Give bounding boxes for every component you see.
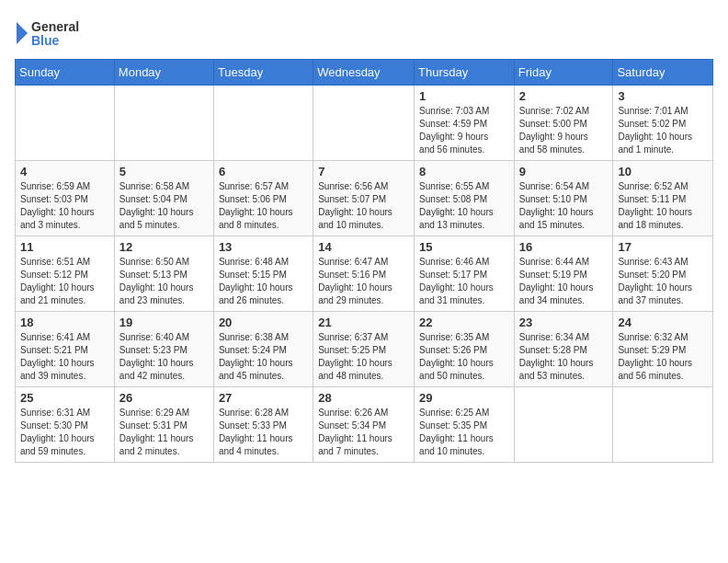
day-info: Sunrise: 6:50 AM Sunset: 5:13 PM Dayligh… — [119, 256, 209, 307]
day-info: Sunrise: 6:38 AM Sunset: 5:24 PM Dayligh… — [219, 331, 308, 383]
day-info: Sunrise: 6:44 AM Sunset: 5:19 PM Dayligh… — [519, 256, 609, 307]
calendar-table: SundayMondayTuesdayWednesdayThursdayFrid… — [15, 59, 713, 463]
calendar-cell: 1Sunrise: 7:03 AM Sunset: 4:59 PM Daylig… — [415, 86, 515, 161]
day-number: 22 — [419, 316, 509, 329]
day-number: 3 — [618, 89, 708, 103]
day-number: 6 — [219, 165, 308, 178]
day-info: Sunrise: 6:48 AM Sunset: 5:15 PM Dayligh… — [219, 256, 308, 307]
day-number: 21 — [318, 316, 409, 329]
calendar-cell — [16, 86, 115, 161]
calendar-day-header: Sunday — [16, 60, 115, 86]
day-number: 15 — [419, 240, 509, 254]
calendar-cell: 29Sunrise: 6:25 AM Sunset: 5:35 PM Dayli… — [415, 387, 515, 463]
day-info: Sunrise: 7:01 AM Sunset: 5:02 PM Dayligh… — [618, 105, 708, 156]
day-number: 19 — [119, 316, 209, 329]
calendar-cell: 7Sunrise: 6:56 AM Sunset: 5:07 PM Daylig… — [313, 161, 415, 236]
day-number: 4 — [20, 165, 109, 178]
calendar-cell: 8Sunrise: 6:55 AM Sunset: 5:08 PM Daylig… — [415, 161, 515, 236]
calendar-cell: 22Sunrise: 6:35 AM Sunset: 5:26 PM Dayli… — [415, 312, 515, 387]
calendar-cell — [313, 86, 415, 161]
day-info: Sunrise: 6:54 AM Sunset: 5:10 PM Dayligh… — [519, 180, 609, 232]
day-info: Sunrise: 6:29 AM Sunset: 5:31 PM Dayligh… — [119, 407, 209, 458]
day-number: 25 — [20, 391, 109, 405]
calendar-week-row: 1Sunrise: 7:03 AM Sunset: 4:59 PM Daylig… — [16, 86, 713, 161]
calendar-cell: 26Sunrise: 6:29 AM Sunset: 5:31 PM Dayli… — [114, 387, 213, 463]
day-info: Sunrise: 6:35 AM Sunset: 5:26 PM Dayligh… — [419, 331, 509, 383]
day-info: Sunrise: 6:55 AM Sunset: 5:08 PM Dayligh… — [419, 180, 509, 232]
calendar-cell: 20Sunrise: 6:38 AM Sunset: 5:24 PM Dayli… — [213, 312, 313, 387]
day-info: Sunrise: 6:32 AM Sunset: 5:29 PM Dayligh… — [618, 331, 708, 383]
calendar-cell: 15Sunrise: 6:46 AM Sunset: 5:17 PM Dayli… — [415, 236, 515, 312]
calendar-cell: 12Sunrise: 6:50 AM Sunset: 5:13 PM Dayli… — [114, 236, 213, 312]
day-number: 17 — [618, 240, 708, 254]
calendar-cell — [114, 86, 213, 161]
day-number: 23 — [519, 316, 609, 329]
calendar-week-row: 11Sunrise: 6:51 AM Sunset: 5:12 PM Dayli… — [16, 236, 713, 312]
day-number: 9 — [519, 165, 609, 178]
day-info: Sunrise: 7:03 AM Sunset: 4:59 PM Dayligh… — [419, 105, 509, 156]
day-number: 14 — [318, 240, 409, 254]
day-info: Sunrise: 6:37 AM Sunset: 5:25 PM Dayligh… — [318, 331, 409, 383]
calendar-body: 1Sunrise: 7:03 AM Sunset: 4:59 PM Daylig… — [16, 86, 713, 463]
day-info: Sunrise: 7:02 AM Sunset: 5:00 PM Dayligh… — [519, 105, 609, 156]
day-number: 7 — [318, 165, 409, 178]
calendar-cell: 13Sunrise: 6:48 AM Sunset: 5:15 PM Dayli… — [213, 236, 313, 312]
calendar-cell: 24Sunrise: 6:32 AM Sunset: 5:29 PM Dayli… — [613, 312, 713, 387]
day-number: 5 — [119, 165, 209, 178]
day-number: 27 — [219, 391, 308, 405]
day-info: Sunrise: 6:51 AM Sunset: 5:12 PM Dayligh… — [20, 256, 109, 307]
day-number: 26 — [119, 391, 209, 405]
calendar-day-header: Monday — [114, 60, 213, 86]
calendar-cell: 21Sunrise: 6:37 AM Sunset: 5:25 PM Dayli… — [313, 312, 415, 387]
day-number: 20 — [219, 316, 308, 329]
day-number: 10 — [618, 165, 708, 178]
calendar-cell: 11Sunrise: 6:51 AM Sunset: 5:12 PM Dayli… — [16, 236, 115, 312]
calendar-cell: 3Sunrise: 7:01 AM Sunset: 5:02 PM Daylig… — [613, 86, 713, 161]
page-header: GeneralBlue — [15, 15, 713, 52]
calendar-cell — [613, 387, 713, 463]
calendar-day-header: Friday — [514, 60, 613, 86]
calendar-cell: 19Sunrise: 6:40 AM Sunset: 5:23 PM Dayli… — [114, 312, 213, 387]
calendar-week-row: 4Sunrise: 6:59 AM Sunset: 5:03 PM Daylig… — [16, 161, 713, 236]
day-info: Sunrise: 6:56 AM Sunset: 5:07 PM Dayligh… — [318, 180, 409, 232]
day-number: 13 — [219, 240, 308, 254]
svg-marker-0 — [17, 22, 28, 44]
calendar-week-row: 18Sunrise: 6:41 AM Sunset: 5:21 PM Dayli… — [16, 312, 713, 387]
calendar-day-header: Saturday — [613, 60, 713, 86]
day-number: 1 — [419, 89, 509, 103]
day-number: 2 — [519, 89, 609, 103]
svg-text:Blue: Blue — [31, 33, 60, 48]
calendar-cell: 14Sunrise: 6:47 AM Sunset: 5:16 PM Dayli… — [313, 236, 415, 312]
calendar-cell: 9Sunrise: 6:54 AM Sunset: 5:10 PM Daylig… — [514, 161, 613, 236]
calendar-day-header: Tuesday — [213, 60, 313, 86]
day-number: 11 — [20, 240, 109, 254]
day-info: Sunrise: 6:26 AM Sunset: 5:34 PM Dayligh… — [318, 407, 409, 458]
calendar-cell: 25Sunrise: 6:31 AM Sunset: 5:30 PM Dayli… — [16, 387, 115, 463]
day-number: 29 — [419, 391, 509, 405]
svg-text:General: General — [31, 19, 79, 34]
day-info: Sunrise: 6:52 AM Sunset: 5:11 PM Dayligh… — [618, 180, 708, 232]
calendar-cell: 23Sunrise: 6:34 AM Sunset: 5:28 PM Dayli… — [514, 312, 613, 387]
calendar-day-header: Wednesday — [313, 60, 415, 86]
day-info: Sunrise: 6:57 AM Sunset: 5:06 PM Dayligh… — [219, 180, 308, 232]
day-info: Sunrise: 6:31 AM Sunset: 5:30 PM Dayligh… — [20, 407, 109, 458]
calendar-cell: 10Sunrise: 6:52 AM Sunset: 5:11 PM Dayli… — [613, 161, 713, 236]
calendar-cell: 28Sunrise: 6:26 AM Sunset: 5:34 PM Dayli… — [313, 387, 415, 463]
calendar-cell: 17Sunrise: 6:43 AM Sunset: 5:20 PM Dayli… — [613, 236, 713, 312]
calendar-week-row: 25Sunrise: 6:31 AM Sunset: 5:30 PM Dayli… — [16, 387, 713, 463]
day-number: 28 — [318, 391, 409, 405]
day-info: Sunrise: 6:47 AM Sunset: 5:16 PM Dayligh… — [318, 256, 409, 307]
logo: GeneralBlue — [15, 15, 88, 52]
day-info: Sunrise: 6:46 AM Sunset: 5:17 PM Dayligh… — [419, 256, 509, 307]
day-info: Sunrise: 6:59 AM Sunset: 5:03 PM Dayligh… — [20, 180, 109, 232]
calendar-cell — [514, 387, 613, 463]
calendar-cell — [213, 86, 313, 161]
day-info: Sunrise: 6:41 AM Sunset: 5:21 PM Dayligh… — [20, 331, 109, 383]
calendar-cell: 4Sunrise: 6:59 AM Sunset: 5:03 PM Daylig… — [16, 161, 115, 236]
day-number: 24 — [618, 316, 708, 329]
day-info: Sunrise: 6:40 AM Sunset: 5:23 PM Dayligh… — [119, 331, 209, 383]
day-number: 12 — [119, 240, 209, 254]
day-number: 8 — [419, 165, 509, 178]
calendar-cell: 18Sunrise: 6:41 AM Sunset: 5:21 PM Dayli… — [16, 312, 115, 387]
calendar-header-row: SundayMondayTuesdayWednesdayThursdayFrid… — [16, 60, 713, 86]
